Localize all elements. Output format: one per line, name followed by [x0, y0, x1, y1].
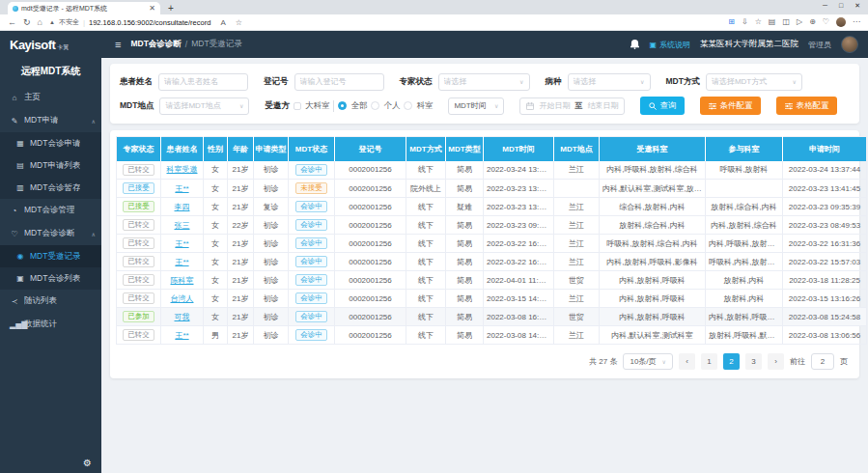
page-button-2[interactable]: 2	[723, 353, 740, 370]
patient-name-link[interactable]: 王**	[175, 331, 188, 340]
tab-title: mdt受邀记录 - 远程MDT系统	[21, 4, 146, 14]
browser-tab[interactable]: mdt受邀记录 - 远程MDT系统 ✕	[8, 2, 160, 14]
patient-name-input[interactable]	[158, 73, 248, 91]
sidebar-item-mdt-consult-diagnosis[interactable]: ♡MDT会诊诊断∧	[0, 222, 101, 245]
reg-no-input[interactable]	[294, 73, 384, 91]
mdt-date-range[interactable]: 开始日期 至 结束日期	[519, 97, 625, 115]
prev-page-button[interactable]: ‹	[679, 353, 695, 370]
mdt-location-cell: 世贸	[554, 271, 600, 290]
table-row: 已转交王**女21岁初诊会诊中0002001256线下简易2022-03-22 …	[117, 253, 867, 271]
apply-type-cell: 初诊	[254, 308, 289, 326]
maximize-icon[interactable]: □	[839, 2, 843, 10]
tab-close-icon[interactable]: ✕	[149, 5, 155, 13]
disease-select[interactable]: 请选择 ∨	[568, 73, 651, 91]
more-menu-icon[interactable]: ⋯	[853, 18, 860, 26]
favorite-star-icon[interactable]: ☆	[236, 18, 242, 27]
sidebar-item-mdt-consult-manage[interactable]: ◔MDT会诊管理	[0, 199, 101, 222]
search-button[interactable]: 查询	[640, 97, 685, 115]
mdt-type-cell: 简易	[446, 271, 484, 290]
sidebar-item-mdt-apply-list[interactable]: ▤MDT申请列表	[0, 154, 101, 177]
next-page-button[interactable]: ›	[768, 353, 784, 370]
gear-icon[interactable]: ⚙	[83, 458, 92, 468]
download-icon[interactable]: ⇩	[742, 18, 748, 26]
extensions-icon[interactable]: ⊕	[809, 18, 816, 26]
patient-name-link[interactable]: 李四	[175, 203, 190, 211]
big-dept-checkbox[interactable]	[294, 102, 301, 110]
gender-cell: 女	[204, 216, 228, 235]
reg-no-cell: 0002001256	[335, 161, 406, 180]
mdt-mode-select[interactable]: 请选择MDT方式 ∨	[706, 73, 802, 91]
sidebar-item-mdt-apply[interactable]: ✎MDT申请∧	[0, 109, 101, 132]
security-warning-label: 不安全	[59, 17, 79, 27]
browser-profile-avatar[interactable]	[836, 17, 846, 27]
invited-depts-cell: 内科,放射科,呼吸科	[600, 308, 706, 326]
new-tab-button[interactable]: +	[168, 4, 174, 14]
mdt-status-cell: 会诊中	[289, 308, 335, 326]
sidebar-item-label: MDT会诊申请	[30, 138, 80, 150]
close-window-icon[interactable]: ✕	[854, 2, 860, 10]
apply-time-cell: 2022-03-23 08:49:53	[783, 216, 867, 235]
patient-name-link[interactable]: 陈科室	[171, 276, 194, 285]
condition-config-button[interactable]: 条件配置	[700, 97, 761, 115]
mdt-location-cell: 兰江	[554, 198, 600, 216]
edit-icon: ✎	[10, 117, 19, 125]
minimize-icon[interactable]: ─	[823, 2, 827, 10]
mdt-location-select[interactable]: 请选择MDT地点 ∨	[159, 97, 249, 115]
sidebar-item-mdt-consult-draft[interactable]: ▥MDT会诊暂存	[0, 177, 101, 199]
share-icon: ≺	[10, 297, 19, 306]
gender-cell: 女	[204, 308, 228, 326]
breadcrumb-parent[interactable]: MDT会诊诊断	[130, 39, 181, 50]
back-icon[interactable]: ←	[8, 18, 16, 27]
page-button-1[interactable]: 1	[701, 353, 717, 370]
patient-name-link[interactable]: 张三	[175, 221, 190, 230]
favorites-icon[interactable]: ☆	[755, 18, 762, 26]
menu-collapse-icon[interactable]: ≡	[115, 39, 121, 50]
joined-depts-cell: 内科,放射科,呼吸科,测试科室	[706, 308, 783, 326]
page-button-3[interactable]: 3	[745, 353, 762, 370]
system-title: 远程MDT系统	[0, 58, 101, 86]
mdt-status-badge: 会诊中	[295, 256, 327, 268]
radio-personal[interactable]	[371, 101, 379, 110]
patient-name-link[interactable]: 王**	[175, 184, 188, 193]
patient-name-link[interactable]: 王**	[175, 258, 188, 266]
collections-icon[interactable]: ▤	[769, 18, 776, 26]
copilot-icon[interactable]: ▷	[797, 18, 802, 26]
sidebar-item-data-stats[interactable]: ▂▅▇数据统计	[0, 313, 101, 336]
column-header: 参与科室	[706, 137, 783, 161]
sidebar-item-mdt-consult-apply[interactable]: ▦MDT会诊申请	[0, 132, 101, 154]
apply-time-cell: 2022-03-22 16:31:36	[783, 235, 867, 253]
read-aloud-icon[interactable]: A	[220, 18, 225, 27]
patient-name-link[interactable]: 王**	[175, 239, 188, 248]
sidebar-item-home[interactable]: ⌂主页	[0, 86, 101, 109]
time-field-select[interactable]: MDT时间 ∨	[448, 97, 504, 115]
user-avatar[interactable]	[841, 36, 858, 53]
workspace-icon[interactable]: ⊞	[728, 18, 735, 26]
home-icon[interactable]: ⌂	[38, 18, 42, 27]
split-screen-icon[interactable]: ◫	[782, 18, 790, 26]
radio-all[interactable]	[338, 101, 347, 110]
mdt-location-cell: 兰江	[554, 253, 600, 271]
essentials-icon[interactable]: ♡	[823, 18, 829, 26]
patient-name-link[interactable]: 台湾人	[171, 294, 194, 303]
radio-dept[interactable]	[404, 101, 412, 110]
goto-page-input[interactable]	[811, 353, 834, 370]
expert-status-badge: 已转交	[123, 164, 154, 177]
page-size-select[interactable]: 10条/页 ∨	[623, 353, 673, 370]
sidebar-item-mdt-consult-list[interactable]: ▣MDT会诊列表	[0, 267, 101, 290]
notification-bell-icon[interactable]	[630, 40, 639, 49]
apply-time-cell: 2022-03-23 13:41:45	[783, 180, 867, 198]
table-config-button[interactable]: 表格配置	[776, 97, 837, 115]
patient-name-link[interactable]: 可我	[175, 313, 190, 321]
sidebar-item-mdt-invite-record[interactable]: ◉MDT受邀记录	[0, 245, 101, 267]
sidebar-item-followup-list[interactable]: ≺随访列表	[0, 290, 101, 313]
age-cell: 21岁	[228, 180, 254, 198]
address-bar[interactable]: ▲ 不安全 | 192.168.0.156:9002/consultate/re…	[49, 17, 721, 27]
mdt-app: Kayisoft 卡翼 ≡ MDT会诊诊断 / MDT受邀记录 ▣ 系统说明 某…	[0, 31, 868, 473]
expert-status-select[interactable]: 请选择 ∨	[438, 73, 530, 91]
system-help-link[interactable]: ▣ 系统说明	[649, 40, 690, 50]
patient-name-link[interactable]: 科室受邀	[167, 165, 198, 174]
reg-no-cell: 0002001256	[335, 326, 406, 345]
sidebar-item-label: 数据统计	[24, 319, 57, 330]
reload-icon[interactable]: ↻	[23, 18, 31, 27]
apply-time-cell: 2022-03-22 15:57:03	[783, 253, 867, 271]
